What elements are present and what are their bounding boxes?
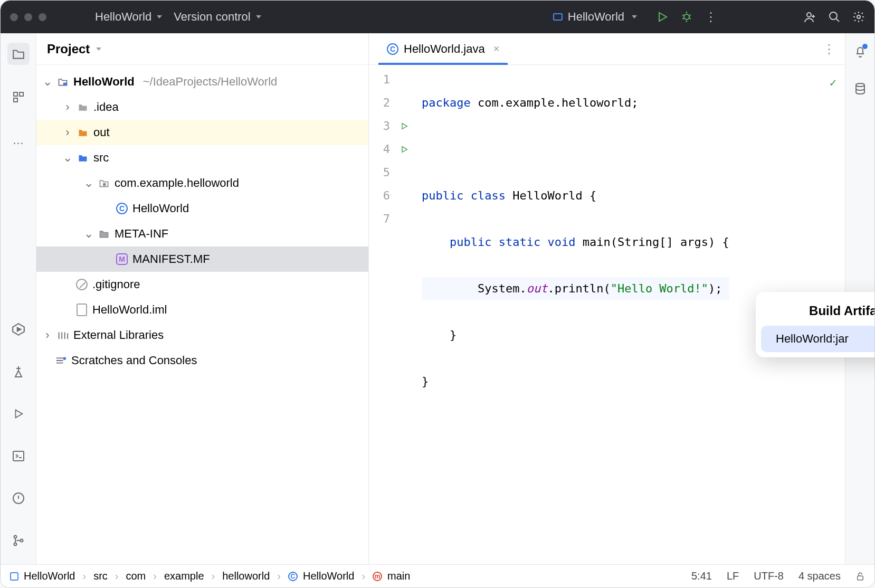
search-button[interactable]	[828, 11, 841, 23]
chevron-down-icon[interactable]: ⌄	[84, 176, 93, 190]
tree-root[interactable]: ⌄ HelloWorld ~/IdeaProjects/HelloWorld	[36, 69, 368, 94]
minimize-icon[interactable]	[24, 13, 32, 21]
database-button[interactable]	[854, 82, 867, 96]
more-tool-button[interactable]: …	[7, 129, 30, 151]
code-token: System.	[478, 282, 527, 295]
terminal-tool-button[interactable]	[7, 445, 30, 467]
chevron-down-icon	[256, 15, 261, 18]
svg-point-11	[14, 536, 16, 538]
run-tool-button[interactable]	[7, 403, 30, 425]
tree-label: HelloWorld.iml	[92, 303, 167, 317]
folder-icon	[77, 153, 89, 163]
breadcrumb-label: example	[164, 570, 204, 582]
tree-node-out[interactable]: › out	[36, 120, 368, 145]
svg-rect-4	[14, 92, 17, 96]
project-panel: Project ⌄ HelloWorld ~/IdeaProjects/Hell…	[36, 33, 369, 564]
tree-node-gitignore[interactable]: .gitignore	[36, 272, 368, 297]
code-token: (String[] args) {	[611, 235, 729, 249]
chevron-right-icon[interactable]: ›	[63, 126, 72, 139]
breadcrumb-separator: ›	[212, 570, 215, 582]
chevron-down-icon[interactable]: ⌄	[84, 227, 93, 241]
breadcrumb-class[interactable]: C HelloWorld	[288, 570, 354, 582]
tree-node-class[interactable]: C HelloWorld	[36, 196, 368, 221]
readonly-icon[interactable]	[855, 571, 865, 582]
project-panel-title-dropdown[interactable]: Project	[47, 42, 101, 56]
status-position[interactable]: 5:41	[691, 570, 712, 582]
close-icon[interactable]: ×	[493, 43, 500, 55]
tab-more-button[interactable]: ⋮	[823, 42, 845, 56]
structure-tool-button[interactable]	[7, 86, 30, 108]
chevron-right-icon[interactable]: ›	[43, 328, 52, 342]
breadcrumb-separator: ›	[362, 570, 365, 582]
vcs-dropdown[interactable]: Version control	[174, 10, 261, 24]
chevron-right-icon[interactable]: ›	[63, 100, 72, 114]
maximize-icon[interactable]	[39, 13, 46, 21]
chevron-down-icon[interactable]: ⌄	[63, 151, 72, 165]
config-icon	[553, 13, 563, 21]
code-with-me-button[interactable]	[804, 11, 816, 23]
project-tree[interactable]: ⌄ HelloWorld ~/IdeaProjects/HelloWorld ›…	[36, 65, 368, 564]
svg-point-1	[807, 13, 811, 17]
run-gutter	[395, 65, 413, 564]
debug-button[interactable]	[680, 11, 693, 23]
tree-node-scratches[interactable]: Scratches and Consoles	[36, 348, 368, 373]
code-content[interactable]: package com.example.helloworld; public c…	[413, 65, 729, 564]
tree-label: com.example.helloworld	[115, 176, 239, 190]
tree-node-package[interactable]: ⌄ com.example.helloworld	[36, 170, 368, 196]
status-encoding[interactable]: UTF-8	[754, 570, 784, 582]
breadcrumb-separator: ›	[277, 570, 281, 582]
notifications-button[interactable]	[854, 45, 867, 59]
chevron-down-icon[interactable]: ⌄	[43, 75, 52, 89]
code-token: }	[450, 328, 456, 342]
more-actions-button[interactable]: ⋮	[705, 11, 717, 23]
svg-point-0	[684, 14, 689, 20]
status-indent[interactable]: 4 spaces	[798, 570, 841, 582]
project-tool-button[interactable]	[7, 43, 30, 65]
svg-point-13	[20, 539, 23, 542]
settings-button[interactable]	[852, 11, 865, 23]
build-tool-button[interactable]	[7, 361, 30, 383]
close-icon[interactable]	[10, 13, 18, 21]
scratches-icon	[54, 355, 67, 366]
vcs-label: Version control	[174, 10, 251, 24]
editor-tab-helloworld[interactable]: C HelloWorld.java ×	[378, 33, 508, 64]
breadcrumb-module[interactable]: HelloWorld	[10, 570, 75, 582]
project-name: HelloWorld	[95, 10, 151, 24]
tree-node-iml[interactable]: HelloWorld.iml	[36, 297, 368, 323]
method-icon: m	[373, 572, 382, 581]
run-line-icon[interactable]	[395, 115, 413, 138]
project-dropdown[interactable]: HelloWorld	[95, 10, 162, 24]
breadcrumb-helloworld-pkg[interactable]: helloworld	[222, 570, 270, 582]
window-controls[interactable]	[10, 13, 46, 21]
breadcrumb-src[interactable]: src	[93, 570, 108, 582]
breadcrumb-label: HelloWorld	[303, 570, 354, 582]
services-tool-button[interactable]	[7, 318, 30, 340]
folder-icon	[77, 102, 89, 112]
class-icon: C	[288, 572, 298, 581]
run-button[interactable]	[656, 11, 669, 23]
line-number: 6	[369, 184, 390, 207]
breadcrumb-com[interactable]: com	[126, 570, 146, 582]
class-icon: C	[116, 203, 128, 214]
titlebar: HelloWorld Version control HelloWorld ⋮	[1, 1, 874, 33]
tree-label: HelloWorld	[73, 75, 135, 89]
status-line-ending[interactable]: LF	[727, 570, 739, 582]
artifact-item[interactable]: HelloWorld:jar ›	[761, 326, 875, 352]
artifact-label: HelloWorld:jar	[776, 332, 849, 346]
svg-point-17	[856, 83, 864, 87]
run-config-dropdown[interactable]: HelloWorld	[546, 7, 644, 27]
breadcrumb-method[interactable]: m main	[373, 570, 410, 582]
inspection-ok-icon[interactable]: ✓	[830, 71, 836, 94]
folder-icon	[77, 128, 89, 137]
project-panel-header: Project	[36, 33, 368, 65]
tree-node-idea[interactable]: › .idea	[36, 94, 368, 120]
build-artifact-popup: Build Artifact HelloWorld:jar ›	[756, 292, 875, 357]
problems-tool-button[interactable]	[7, 487, 30, 509]
tree-node-extlib[interactable]: › External Libraries	[36, 323, 368, 348]
tree-node-metainf[interactable]: ⌄ META-INF	[36, 221, 368, 246]
breadcrumb-example[interactable]: example	[164, 570, 204, 582]
run-line-icon[interactable]	[395, 138, 413, 161]
tree-node-manifest[interactable]: M MANIFEST.MF	[36, 246, 368, 272]
vcs-tool-button[interactable]	[7, 529, 30, 552]
tree-node-src[interactable]: ⌄ src	[36, 145, 368, 170]
